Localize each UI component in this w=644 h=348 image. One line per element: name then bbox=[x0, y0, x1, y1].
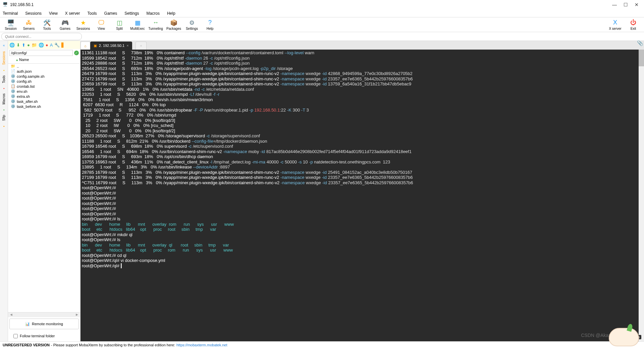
window-title: 192.168.50.1 bbox=[10, 2, 612, 7]
remote-monitoring-button[interactable]: 📊Remote monitoring bbox=[9, 319, 79, 329]
toolbar-multiexec[interactable]: ▦MultiExec bbox=[129, 19, 146, 30]
status-link[interactable]: https://mobaxterm.mobatek.net bbox=[176, 343, 227, 347]
toolbar-packages[interactable]: 📦Packages bbox=[165, 19, 182, 30]
toolbar-games[interactable]: 🎮Games bbox=[56, 19, 74, 30]
menu-settings[interactable]: Settings bbox=[124, 11, 139, 16]
pin-icon[interactable]: 📎 bbox=[637, 40, 643, 46]
mascot-icon bbox=[609, 328, 639, 346]
close-tab-icon[interactable]: × bbox=[126, 44, 128, 48]
file-updir[interactable]: 📁.. bbox=[8, 64, 80, 69]
menu-terminal[interactable]: Terminal bbox=[3, 11, 18, 16]
menu-games[interactable]: Games bbox=[104, 11, 117, 16]
follow-terminal-label: Follow terminal folder bbox=[20, 334, 55, 338]
file-item[interactable]: ⚙️env.sh bbox=[8, 89, 80, 94]
status-text: - Please support MobaXterm by subscribin… bbox=[51, 343, 175, 347]
follow-terminal-checkbox[interactable] bbox=[13, 334, 18, 338]
toolbar-x server[interactable]: XX server bbox=[606, 19, 624, 30]
status-unregistered: UNREGISTERED VERSION bbox=[3, 343, 50, 347]
menu-view[interactable]: View bbox=[49, 11, 58, 16]
menu-tools[interactable]: Tools bbox=[88, 11, 97, 16]
sidetab-sessions[interactable]: Sessions bbox=[2, 51, 6, 65]
close-button[interactable]: ✕ bbox=[635, 2, 639, 7]
menu-xserver[interactable]: X server bbox=[65, 11, 80, 16]
expand-icon[interactable]: « bbox=[3, 44, 5, 47]
file-column-name: Name bbox=[19, 58, 29, 62]
toolbar-exit[interactable]: ⏻Exit bbox=[625, 19, 642, 30]
toolbar-session[interactable]: 🖥️Session bbox=[2, 19, 19, 30]
menu-macros[interactable]: Macros bbox=[147, 11, 160, 16]
new-tab-button[interactable]: ＋ bbox=[136, 42, 147, 50]
menu-help[interactable]: Help bbox=[167, 11, 175, 16]
toolbar-split[interactable]: ◫Split bbox=[111, 19, 128, 30]
toolbar-settings[interactable]: ⚙Settings bbox=[183, 19, 201, 30]
file-item[interactable]: ⚙️config.sample.sh bbox=[8, 74, 80, 79]
toolbar-view[interactable]: 🖵View bbox=[93, 19, 110, 30]
app-icon: 🖥️ bbox=[3, 2, 8, 7]
path-input[interactable] bbox=[9, 50, 73, 56]
menu-sessions[interactable]: Sessions bbox=[25, 11, 42, 16]
file-toolbar: 🌐⬇⬆ ●📁🌐 ●A🔧 ▋ bbox=[8, 41, 80, 49]
check-icon: ✓ bbox=[74, 51, 79, 55]
toolbar-tools[interactable]: 🛠️Tools bbox=[38, 19, 56, 30]
terminal-output[interactable]: 11361 11188 root S 738m 19% 0% container… bbox=[80, 50, 644, 341]
sidetab-macros[interactable]: Macros bbox=[2, 93, 6, 105]
sidetab-sftp[interactable]: Sftp bbox=[2, 115, 6, 121]
toolbar-help[interactable]: ?Help bbox=[201, 19, 219, 30]
file-item[interactable]: 📄auth.json bbox=[8, 69, 80, 74]
sidetab-tools[interactable]: Tools bbox=[2, 75, 6, 83]
maximize-button[interactable]: ☐ bbox=[624, 2, 628, 7]
file-item[interactable]: ⚙️task_after.sh bbox=[8, 99, 80, 104]
quick-connect-input[interactable] bbox=[1, 33, 82, 40]
toolbar-servers[interactable]: 🖧Servers bbox=[20, 19, 38, 30]
home-tab[interactable]: ⌂ bbox=[80, 42, 90, 50]
toolbar-tunneling[interactable]: ↔Tunneling bbox=[147, 19, 164, 30]
toolbar-sessions[interactable]: ★Sessions bbox=[74, 19, 92, 30]
session-tab[interactable]: ▣2. 192.168.50.1× bbox=[90, 42, 132, 50]
scrollbar[interactable] bbox=[639, 50, 644, 341]
file-item[interactable]: ⚙️config.sh bbox=[8, 79, 80, 84]
minimize-button[interactable]: — bbox=[612, 2, 617, 7]
file-item[interactable]: ⚙️task_before.sh bbox=[8, 104, 80, 109]
file-item[interactable]: 📋crontab.list bbox=[8, 84, 80, 89]
file-item[interactable]: ⚙️extra.sh bbox=[8, 94, 80, 99]
